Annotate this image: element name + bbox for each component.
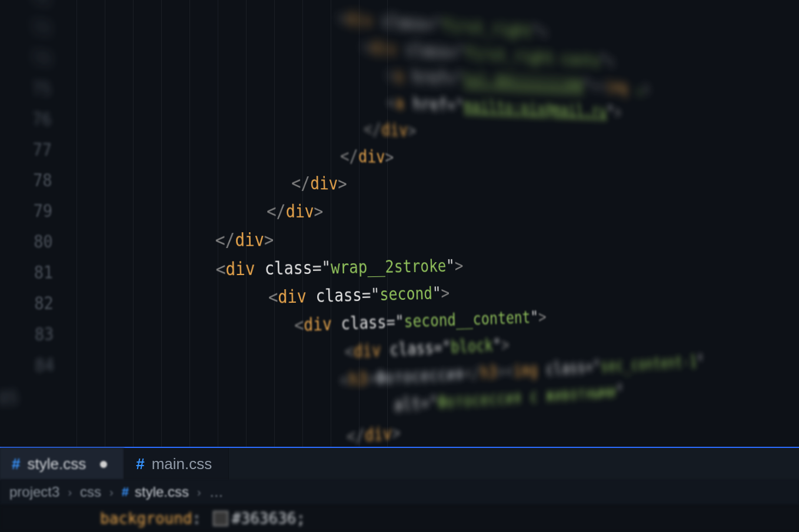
token: " (697, 352, 704, 370)
token: " (492, 335, 501, 355)
token: > (367, 368, 377, 389)
token: first_right (442, 15, 532, 41)
token: class (372, 11, 425, 34)
token: href (403, 66, 447, 88)
css-value: #363636 (232, 510, 297, 527)
token: > (454, 256, 463, 276)
code-line[interactable]: 79</div> (0, 195, 677, 226)
token: class (381, 337, 434, 360)
token: class (397, 39, 448, 61)
token: first_right-conts (465, 44, 600, 71)
token (628, 79, 636, 97)
token: " (455, 96, 464, 115)
code-editor[interactable]: 72<div class="first_right">73<div class=… (0, 0, 799, 447)
token: = (420, 393, 430, 413)
token: div (304, 313, 332, 335)
token: " (371, 285, 380, 305)
token: " (442, 337, 451, 357)
css-file-icon: # (136, 455, 144, 473)
token: > (501, 334, 510, 354)
token: = (448, 42, 457, 62)
token: div (358, 146, 385, 167)
token: < (337, 8, 346, 28)
line-number: 76 (0, 102, 76, 135)
chevron-right-icon: › (107, 486, 116, 499)
token: tel:89111111100 (462, 69, 583, 94)
tab-label: main.css (152, 455, 212, 473)
code-content[interactable]: </div> (76, 195, 677, 226)
token: > (391, 422, 401, 443)
token: h3 (480, 362, 497, 383)
unsaved-indicator-icon (100, 461, 107, 468)
chevron-right-icon: › (195, 486, 204, 499)
breadcrumb-segment[interactable]: style.css (135, 484, 189, 500)
token: div (225, 258, 255, 280)
token: " (600, 52, 608, 71)
token: div (278, 286, 307, 307)
css-file-icon: # (12, 455, 20, 473)
breadcrumb-segment[interactable]: … (209, 484, 224, 500)
line-number: 81 (0, 257, 78, 289)
token: " (446, 256, 455, 276)
token: a (395, 93, 404, 113)
line-number: 74 (0, 41, 75, 75)
token: " (457, 43, 465, 63)
token: > (607, 52, 615, 71)
token: class (537, 357, 585, 379)
css-property: background (100, 510, 192, 527)
token: a (394, 66, 404, 86)
tab-style-css[interactable]: # style.css (0, 448, 124, 480)
token: = (312, 257, 322, 278)
token: second (379, 283, 432, 305)
token: </ (463, 363, 481, 383)
token: h3 (349, 369, 368, 390)
token: " (429, 392, 438, 413)
token: href (404, 93, 447, 115)
token: > (538, 307, 547, 326)
token: mailto:pix@mail.ru (464, 96, 607, 121)
editor-tab-bar: # style.css # main.css (0, 447, 799, 480)
token: div (370, 38, 397, 59)
token: div (235, 229, 264, 250)
line-number: 85 (0, 381, 43, 414)
color-swatch-icon[interactable] (213, 511, 228, 526)
token: class (255, 257, 312, 279)
token: < (268, 286, 278, 307)
token: " (454, 69, 463, 89)
breadcrumb-segment[interactable]: project3 (9, 484, 59, 500)
token: " (582, 76, 591, 95)
token: = (386, 312, 395, 332)
token: < (361, 37, 371, 58)
breadcrumb-segment[interactable]: css (80, 484, 101, 500)
line-number: 82 (0, 287, 78, 320)
token: = (425, 14, 434, 34)
token: " (321, 257, 331, 277)
token: img (605, 77, 628, 96)
token: = (433, 337, 442, 357)
chevron-right-icon: › (65, 486, 74, 499)
css-file-icon: # (122, 484, 129, 500)
token: " (532, 22, 540, 41)
token: < (294, 314, 304, 336)
token: > (314, 201, 324, 222)
token: > (441, 283, 450, 303)
line-number: 84 (0, 349, 79, 383)
token: img (513, 360, 538, 380)
token: </ (267, 200, 286, 221)
secondary-editor-peek[interactable]: background: #363636; (0, 505, 799, 532)
token: < (385, 65, 395, 85)
token: = (361, 285, 371, 305)
token: > (540, 22, 548, 42)
token: > (264, 229, 274, 250)
token: div (285, 201, 314, 222)
token: < (386, 92, 395, 112)
token: < (215, 258, 226, 279)
token: " (606, 102, 614, 121)
token: wrap__2stroke (331, 256, 447, 277)
token: … (635, 79, 644, 97)
line-number: 73 (0, 11, 75, 46)
tab-main-css[interactable]: # main.css (124, 448, 229, 480)
breadcrumb[interactable]: project3 › css › # style.css › … (0, 479, 799, 505)
token: " (530, 307, 539, 327)
line-number: 83 (0, 318, 78, 352)
